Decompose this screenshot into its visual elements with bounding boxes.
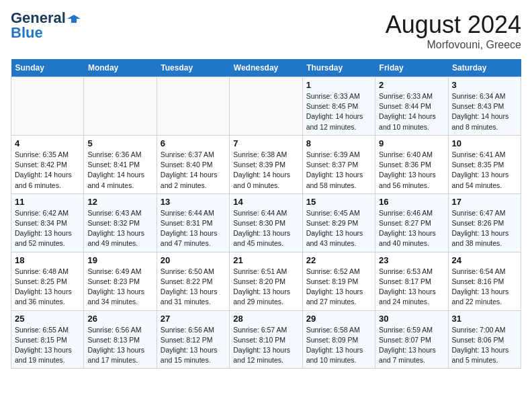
day-number: 13 <box>161 197 226 207</box>
day-number: 30 <box>379 314 444 324</box>
day-info: Sunrise: 6:33 AM Sunset: 8:44 PM Dayligh… <box>379 91 444 132</box>
day-number: 17 <box>452 197 517 207</box>
calendar-cell: 21Sunrise: 6:51 AM Sunset: 8:20 PM Dayli… <box>230 252 302 310</box>
day-info: Sunrise: 6:46 AM Sunset: 8:27 PM Dayligh… <box>379 208 444 249</box>
day-info: Sunrise: 6:40 AM Sunset: 8:36 PM Dayligh… <box>379 150 444 191</box>
calendar-cell: 14Sunrise: 6:44 AM Sunset: 8:30 PM Dayli… <box>230 193 302 252</box>
day-number: 24 <box>452 255 517 265</box>
day-number: 1 <box>306 80 371 90</box>
calendar-cell: 3Sunrise: 6:34 AM Sunset: 8:43 PM Daylig… <box>448 77 521 136</box>
week-row-5: 25Sunrise: 6:55 AM Sunset: 8:15 PM Dayli… <box>11 310 521 369</box>
day-number: 4 <box>15 138 80 148</box>
day-number: 22 <box>306 255 371 265</box>
calendar-cell: 1Sunrise: 6:33 AM Sunset: 8:45 PM Daylig… <box>302 77 375 136</box>
day-number: 19 <box>87 255 152 265</box>
header-day-wednesday: Wednesday <box>230 59 302 77</box>
calendar-cell: 16Sunrise: 6:46 AM Sunset: 8:27 PM Dayli… <box>375 193 448 252</box>
header-day-sunday: Sunday <box>11 59 84 77</box>
calendar-cell: 31Sunrise: 7:00 AM Sunset: 8:06 PM Dayli… <box>448 310 521 369</box>
calendar-cell: 15Sunrise: 6:45 AM Sunset: 8:29 PM Dayli… <box>302 193 375 252</box>
day-info: Sunrise: 6:56 AM Sunset: 8:13 PM Dayligh… <box>87 325 152 366</box>
day-number: 3 <box>452 80 517 90</box>
day-info: Sunrise: 6:39 AM Sunset: 8:37 PM Dayligh… <box>306 150 371 191</box>
svg-marker-0 <box>67 15 81 23</box>
day-info: Sunrise: 6:58 AM Sunset: 8:09 PM Dayligh… <box>306 325 371 366</box>
day-info: Sunrise: 6:48 AM Sunset: 8:25 PM Dayligh… <box>15 267 80 308</box>
calendar-cell <box>11 77 84 136</box>
calendar-cell <box>157 77 229 136</box>
calendar-cell: 6Sunrise: 6:37 AM Sunset: 8:40 PM Daylig… <box>157 135 229 193</box>
day-number: 27 <box>161 314 226 324</box>
day-info: Sunrise: 6:34 AM Sunset: 8:43 PM Dayligh… <box>452 91 517 132</box>
month-year-title: August 2024 <box>386 11 521 39</box>
day-number: 31 <box>452 314 517 324</box>
header-day-saturday: Saturday <box>448 59 521 77</box>
day-number: 6 <box>161 138 226 148</box>
title-area: August 2024 Morfovouni, Greece <box>386 11 521 51</box>
calendar-cell <box>230 77 302 136</box>
calendar-table: SundayMondayTuesdayWednesdayThursdayFrid… <box>11 59 521 369</box>
day-info: Sunrise: 6:45 AM Sunset: 8:29 PM Dayligh… <box>306 208 371 249</box>
day-number: 29 <box>306 314 371 324</box>
day-number: 10 <box>452 138 517 148</box>
week-row-3: 11Sunrise: 6:42 AM Sunset: 8:34 PM Dayli… <box>11 193 521 252</box>
day-number: 8 <box>306 138 371 148</box>
day-info: Sunrise: 6:36 AM Sunset: 8:41 PM Dayligh… <box>87 150 152 191</box>
calendar-cell: 23Sunrise: 6:53 AM Sunset: 8:17 PM Dayli… <box>375 252 448 310</box>
header-day-tuesday: Tuesday <box>157 59 229 77</box>
calendar-cell: 8Sunrise: 6:39 AM Sunset: 8:37 PM Daylig… <box>302 135 375 193</box>
calendar-body: 1Sunrise: 6:33 AM Sunset: 8:45 PM Daylig… <box>11 77 521 369</box>
calendar-cell: 24Sunrise: 6:54 AM Sunset: 8:16 PM Dayli… <box>448 252 521 310</box>
calendar-cell: 17Sunrise: 6:47 AM Sunset: 8:26 PM Dayli… <box>448 193 521 252</box>
location-subtitle: Morfovouni, Greece <box>386 39 521 51</box>
day-info: Sunrise: 6:44 AM Sunset: 8:30 PM Dayligh… <box>233 208 298 249</box>
header-row: SundayMondayTuesdayWednesdayThursdayFrid… <box>11 59 521 77</box>
day-info: Sunrise: 6:55 AM Sunset: 8:15 PM Dayligh… <box>15 325 80 366</box>
day-number: 23 <box>379 255 444 265</box>
calendar-cell: 27Sunrise: 6:56 AM Sunset: 8:12 PM Dayli… <box>157 310 229 369</box>
day-info: Sunrise: 6:33 AM Sunset: 8:45 PM Dayligh… <box>306 91 371 132</box>
calendar-cell: 13Sunrise: 6:44 AM Sunset: 8:31 PM Dayli… <box>157 193 229 252</box>
day-number: 2 <box>379 80 444 90</box>
day-number: 12 <box>87 197 152 207</box>
calendar-cell: 20Sunrise: 6:50 AM Sunset: 8:22 PM Dayli… <box>157 252 229 310</box>
calendar-cell: 26Sunrise: 6:56 AM Sunset: 8:13 PM Dayli… <box>84 310 157 369</box>
calendar-cell: 4Sunrise: 6:35 AM Sunset: 8:42 PM Daylig… <box>11 135 84 193</box>
calendar-cell: 11Sunrise: 6:42 AM Sunset: 8:34 PM Dayli… <box>11 193 84 252</box>
calendar-cell: 18Sunrise: 6:48 AM Sunset: 8:25 PM Dayli… <box>11 252 84 310</box>
day-info: Sunrise: 6:56 AM Sunset: 8:12 PM Dayligh… <box>161 325 226 366</box>
day-info: Sunrise: 6:44 AM Sunset: 8:31 PM Dayligh… <box>161 208 226 249</box>
header-day-friday: Friday <box>375 59 448 77</box>
day-number: 20 <box>161 255 226 265</box>
day-number: 16 <box>379 197 444 207</box>
logo-text: General <box>11 11 81 26</box>
day-number: 25 <box>15 314 80 324</box>
week-row-1: 1Sunrise: 6:33 AM Sunset: 8:45 PM Daylig… <box>11 77 521 136</box>
day-info: Sunrise: 6:38 AM Sunset: 8:39 PM Dayligh… <box>233 150 298 191</box>
day-info: Sunrise: 6:52 AM Sunset: 8:19 PM Dayligh… <box>306 267 371 308</box>
calendar-cell: 28Sunrise: 6:57 AM Sunset: 8:10 PM Dayli… <box>230 310 302 369</box>
day-number: 26 <box>87 314 152 324</box>
calendar-cell: 2Sunrise: 6:33 AM Sunset: 8:44 PM Daylig… <box>375 77 448 136</box>
calendar-cell: 25Sunrise: 6:55 AM Sunset: 8:15 PM Dayli… <box>11 310 84 369</box>
calendar-cell: 12Sunrise: 6:43 AM Sunset: 8:32 PM Dayli… <box>84 193 157 252</box>
day-number: 5 <box>87 138 152 148</box>
day-number: 7 <box>233 138 298 148</box>
day-info: Sunrise: 6:41 AM Sunset: 8:35 PM Dayligh… <box>452 150 517 191</box>
calendar-cell: 19Sunrise: 6:49 AM Sunset: 8:23 PM Dayli… <box>84 252 157 310</box>
logo: General Blue <box>11 11 81 40</box>
day-info: Sunrise: 6:54 AM Sunset: 8:16 PM Dayligh… <box>452 267 517 308</box>
day-info: Sunrise: 6:51 AM Sunset: 8:20 PM Dayligh… <box>233 267 298 308</box>
day-number: 9 <box>379 138 444 148</box>
day-info: Sunrise: 6:50 AM Sunset: 8:22 PM Dayligh… <box>161 267 226 308</box>
calendar-cell: 30Sunrise: 6:59 AM Sunset: 8:07 PM Dayli… <box>375 310 448 369</box>
header-day-thursday: Thursday <box>302 59 375 77</box>
calendar-cell <box>84 77 157 136</box>
header-day-monday: Monday <box>84 59 157 77</box>
calendar-cell: 9Sunrise: 6:40 AM Sunset: 8:36 PM Daylig… <box>375 135 448 193</box>
day-info: Sunrise: 6:47 AM Sunset: 8:26 PM Dayligh… <box>452 208 517 249</box>
logo-bird-icon <box>67 13 81 24</box>
day-info: Sunrise: 6:42 AM Sunset: 8:34 PM Dayligh… <box>15 208 80 249</box>
logo-blue-text: Blue <box>11 26 43 40</box>
day-info: Sunrise: 6:53 AM Sunset: 8:17 PM Dayligh… <box>379 267 444 308</box>
